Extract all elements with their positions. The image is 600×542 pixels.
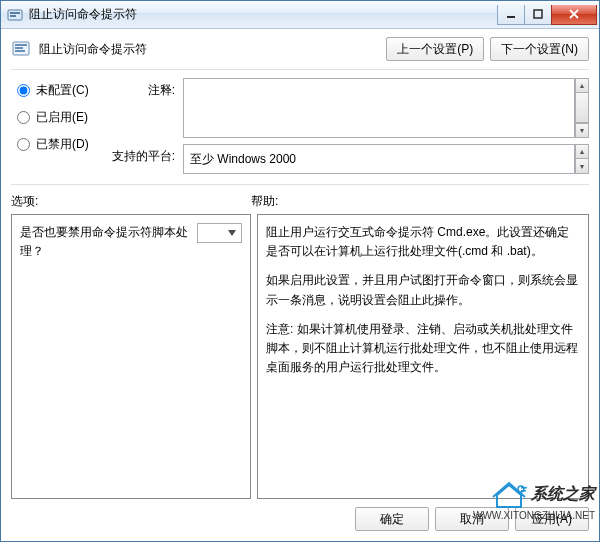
comment-spinner: ▲ ▼ xyxy=(575,78,589,138)
page-title: 阻止访问命令提示符 xyxy=(39,41,386,58)
comment-textarea[interactable] xyxy=(183,78,575,138)
help-paragraph-3: 注意: 如果计算机使用登录、注销、启动或关机批处理文件脚本，则不阻止计算机运行批… xyxy=(266,320,580,378)
close-button[interactable] xyxy=(551,5,597,25)
supported-spinner: ▲ ▼ xyxy=(575,144,589,174)
help-paragraph-2: 如果启用此设置，并且用户试图打开命令窗口，则系统会显示一条消息，说明设置会阻止此… xyxy=(266,271,580,309)
svg-rect-8 xyxy=(15,50,25,52)
option-dropdown[interactable] xyxy=(197,223,242,243)
state-radio-group: 未配置(C) 已启用(E) 已禁用(D) xyxy=(17,78,105,153)
svg-rect-6 xyxy=(15,44,27,46)
app-icon xyxy=(7,7,23,23)
maximize-icon xyxy=(533,9,543,19)
header: 阻止访问命令提示符 上一个设置(P) 下一个设置(N) xyxy=(1,29,599,69)
field-column: 注释: ▲ ▼ 支持的平台: 至少 Windows 2000 xyxy=(105,78,589,174)
supported-platform-value: 至少 Windows 2000 xyxy=(190,151,296,168)
supported-platform-field: 至少 Windows 2000 xyxy=(183,144,575,174)
options-panel: 是否也要禁用命令提示符脚本处理？ xyxy=(11,214,251,499)
nav-buttons: 上一个设置(P) 下一个设置(N) xyxy=(386,37,589,61)
radio-disabled-label: 已禁用(D) xyxy=(36,136,89,153)
minimize-icon xyxy=(506,9,516,19)
svg-rect-3 xyxy=(507,16,515,18)
footer: 确定 取消 应用(A) xyxy=(1,499,599,541)
policy-editor-window: 阻止访问命令提示符 阻止访问命令提示符 上一个设置(P) 下一个设置(N) xyxy=(0,0,600,542)
radio-not-configured[interactable]: 未配置(C) xyxy=(17,82,105,99)
comment-row: 注释: ▲ ▼ xyxy=(105,78,589,138)
next-setting-button[interactable]: 下一个设置(N) xyxy=(490,37,589,61)
chevron-down-icon xyxy=(225,226,239,240)
panels: 是否也要禁用命令提示符脚本处理？ 阻止用户运行交互式命令提示符 Cmd.exe。… xyxy=(1,214,599,499)
radio-enabled-input[interactable] xyxy=(17,111,30,124)
svg-rect-2 xyxy=(10,15,16,17)
options-label: 选项: xyxy=(11,193,251,210)
supported-spinner-up[interactable]: ▲ xyxy=(575,144,589,159)
supported-label: 支持的平台: xyxy=(105,144,175,165)
window-title: 阻止访问命令提示符 xyxy=(29,6,498,23)
section-labels: 选项: 帮助: xyxy=(1,185,599,214)
comment-spinner-down[interactable]: ▼ xyxy=(575,123,589,138)
policy-icon xyxy=(11,39,31,59)
svg-rect-4 xyxy=(534,10,542,18)
help-panel[interactable]: 阻止用户运行交互式命令提示符 Cmd.exe。此设置还确定是否可以在计算机上运行… xyxy=(257,214,589,499)
help-label: 帮助: xyxy=(251,193,589,210)
supported-spinner-down[interactable]: ▼ xyxy=(575,159,589,174)
supported-row: 支持的平台: 至少 Windows 2000 ▲ ▼ xyxy=(105,144,589,174)
radio-enabled-label: 已启用(E) xyxy=(36,109,88,126)
svg-rect-1 xyxy=(10,12,20,14)
cancel-button[interactable]: 取消 xyxy=(435,507,509,531)
radio-enabled[interactable]: 已启用(E) xyxy=(17,109,105,126)
previous-setting-button[interactable]: 上一个设置(P) xyxy=(386,37,484,61)
config-row: 未配置(C) 已启用(E) 已禁用(D) 注释: ▲ ▼ xyxy=(1,70,599,178)
comment-spinner-up[interactable]: ▲ xyxy=(575,78,589,93)
comment-spinner-track xyxy=(575,93,589,123)
radio-not-configured-label: 未配置(C) xyxy=(36,82,89,99)
help-paragraph-1: 阻止用户运行交互式命令提示符 Cmd.exe。此设置还确定是否可以在计算机上运行… xyxy=(266,223,580,261)
close-icon xyxy=(568,9,580,19)
radio-disabled[interactable]: 已禁用(D) xyxy=(17,136,105,153)
apply-button[interactable]: 应用(A) xyxy=(515,507,589,531)
radio-disabled-input[interactable] xyxy=(17,138,30,151)
comment-label: 注释: xyxy=(105,78,175,99)
titlebar: 阻止访问命令提示符 xyxy=(1,1,599,29)
option-question: 是否也要禁用命令提示符脚本处理？ xyxy=(20,223,189,261)
minimize-button[interactable] xyxy=(497,5,525,25)
svg-rect-7 xyxy=(15,47,23,49)
radio-not-configured-input[interactable] xyxy=(17,84,30,97)
ok-button[interactable]: 确定 xyxy=(355,507,429,531)
maximize-button[interactable] xyxy=(524,5,552,25)
window-controls xyxy=(498,5,597,25)
